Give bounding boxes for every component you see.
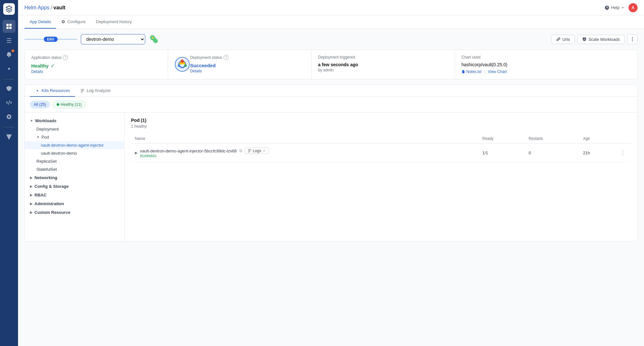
tree-item-replicaset[interactable]: ReplicaSet <box>25 157 124 165</box>
rbac-label: RBAC <box>34 193 47 197</box>
tree-group-config-storage[interactable]: ▶ Config & Storage <box>25 182 124 191</box>
env-line-right <box>58 39 77 40</box>
tree-group-networking[interactable]: ▶ Networking <box>25 173 124 182</box>
deployment-triggered-by: by admin <box>318 68 448 72</box>
svg-point-8 <box>184 64 187 67</box>
gear-icon[interactable] <box>3 110 15 123</box>
app-status-value: Healthy ✓ <box>31 63 161 69</box>
svg-point-10 <box>37 90 38 91</box>
pod-status: RUNNING <box>140 154 269 158</box>
link-icon <box>556 37 561 41</box>
sidebar-logo[interactable] <box>3 3 15 15</box>
tab-app-details[interactable]: App Details <box>24 15 56 29</box>
pod-table: Name Ready Restarts Age <box>131 134 631 162</box>
pod-name-cell: ▶ vault-devtron-demo-agent-injector-5bcc… <box>131 144 478 162</box>
col-ready: Ready <box>478 134 525 144</box>
notes-txt-link[interactable]: Notes.txt <box>461 69 481 74</box>
kubernetes-icon[interactable] <box>3 62 15 75</box>
chart-links: Notes.txt | View Chart <box>461 69 631 74</box>
deployment-status-info: Deployment status ? Succeeded Details <box>190 55 228 73</box>
shield-icon[interactable] <box>3 82 15 95</box>
chart-name: hashicorp/vault(0.25.0) <box>461 62 631 67</box>
pod-expand-icon[interactable]: ▶ <box>135 151 137 155</box>
k8s-tree: ▼ Workloads Deployment ▼ Pod vault-devtr… <box>25 113 125 241</box>
tree-item-statefulset[interactable]: StatefulSet <box>25 165 124 173</box>
config-storage-label: Config & Storage <box>34 184 69 189</box>
custom-resource-label: Custom Resource <box>34 210 70 215</box>
col-actions <box>615 134 631 144</box>
col-name: Name <box>131 134 478 144</box>
sidebar-divider-1 <box>4 79 14 79</box>
logs-icon <box>248 149 251 153</box>
workloads-chevron-icon: ▼ <box>30 119 33 123</box>
healthy-dot-icon <box>57 103 59 106</box>
grid-icon[interactable] <box>3 34 15 47</box>
notification-icon[interactable] <box>3 48 15 61</box>
healthy-check-icon: ✓ <box>51 63 55 69</box>
filter-healthy-label: Healthy (11) <box>61 102 81 107</box>
tree-pod-header[interactable]: ▼ Pod <box>25 133 124 141</box>
deployment-status-value: Succeeded <box>190 63 228 68</box>
apps-icon[interactable] <box>3 20 15 33</box>
tree-group-rbac[interactable]: ▶ RBAC <box>25 191 124 199</box>
help-button[interactable]: Help <box>604 5 625 10</box>
filter-healthy-button[interactable]: Healthy (11) <box>52 101 86 108</box>
tree-item-vault-devtron-demo[interactable]: vault-devtron-demo <box>25 149 124 157</box>
administration-label: Administration <box>34 201 64 206</box>
breadcrumb-vault: vault <box>53 5 65 11</box>
env-line-left <box>24 39 44 40</box>
breadcrumb-helm-apps[interactable]: Helm Apps <box>24 5 49 11</box>
pod-header-label: Pod <box>42 135 49 140</box>
k8s-icon <box>35 88 40 93</box>
k8s-panel: Pod (1) 1 healthy Name Ready Restarts Ag… <box>125 113 637 241</box>
tab-k8s-resources[interactable]: K8s Resources <box>30 85 75 97</box>
deployment-triggered-time: a few seconds ago <box>318 62 448 67</box>
scale-icon <box>582 37 587 41</box>
main-tabs: App Details Configure Deployment history <box>18 15 644 29</box>
pod-row-menu[interactable]: ⋮ <box>615 144 631 162</box>
breadcrumb-separator: / <box>51 5 52 11</box>
tab-configure-label: Configure <box>67 19 85 24</box>
chevron-down-icon <box>621 6 625 10</box>
pod-age: 21h <box>579 144 615 162</box>
document-icon <box>461 70 465 74</box>
networking-label: Networking <box>34 175 57 180</box>
sidebar <box>0 0 18 346</box>
view-chart-link[interactable]: View Chart <box>488 69 507 74</box>
app-status-details-link[interactable]: Details <box>31 69 161 74</box>
copy-icon[interactable]: ⧉ <box>239 148 242 153</box>
layers-icon[interactable] <box>3 130 15 143</box>
deployment-status-info-icon: ? <box>223 55 229 60</box>
pod-ready: 1/1 <box>478 144 525 162</box>
deployment-triggered-card: Deployment triggered a few seconds ago b… <box>312 50 455 79</box>
env-selector[interactable]: devtron-demo <box>81 34 145 44</box>
avatar[interactable]: A <box>629 3 638 12</box>
chart-used-card: Chart used hashicorp/vault(0.25.0) Notes… <box>455 50 637 79</box>
main-content: Helm Apps / vault Help A App Details Con… <box>18 0 644 346</box>
deployment-status-card: Deployment status ? Succeeded Details <box>168 50 311 79</box>
tree-item-vault-agent-injector[interactable]: vault-devtron-demo-agent-injector <box>25 141 124 149</box>
deployment-details-link[interactable]: Details <box>190 69 228 73</box>
chart-link-separator: | <box>484 69 485 74</box>
more-options-button[interactable] <box>627 34 638 44</box>
tab-log-analyzer[interactable]: Log Analyzer <box>75 85 116 97</box>
filter-all-button[interactable]: All (25) <box>30 101 50 108</box>
env-actions: Urls Scale Workloads <box>551 34 638 44</box>
env-app-icon: 🦠 <box>149 35 159 44</box>
pod-panel-subtitle: 1 healthy <box>131 124 631 129</box>
code-icon[interactable] <box>3 96 15 109</box>
urls-button[interactable]: Urls <box>551 35 575 44</box>
svg-rect-3 <box>9 27 12 29</box>
pod-panel-title: Pod (1) <box>131 118 631 123</box>
tree-group-workloads[interactable]: ▼ Workloads <box>25 116 124 125</box>
ellipsis-icon <box>630 37 635 42</box>
tree-group-custom-resource[interactable]: ▶ Custom Resource <box>25 208 124 217</box>
tab-configure[interactable]: Configure <box>56 15 90 29</box>
tree-item-deployment[interactable]: Deployment <box>25 125 124 133</box>
scale-workloads-label: Scale Workloads <box>589 37 620 42</box>
scale-workloads-button[interactable]: Scale Workloads <box>577 35 625 44</box>
tab-deployment-history[interactable]: Deployment history <box>91 15 137 29</box>
logs-button[interactable]: Logs <box>245 148 269 154</box>
status-cards: Application status ? Healthy ✓ Details <box>24 50 638 79</box>
tree-group-administration[interactable]: ▶ Administration <box>25 199 124 208</box>
